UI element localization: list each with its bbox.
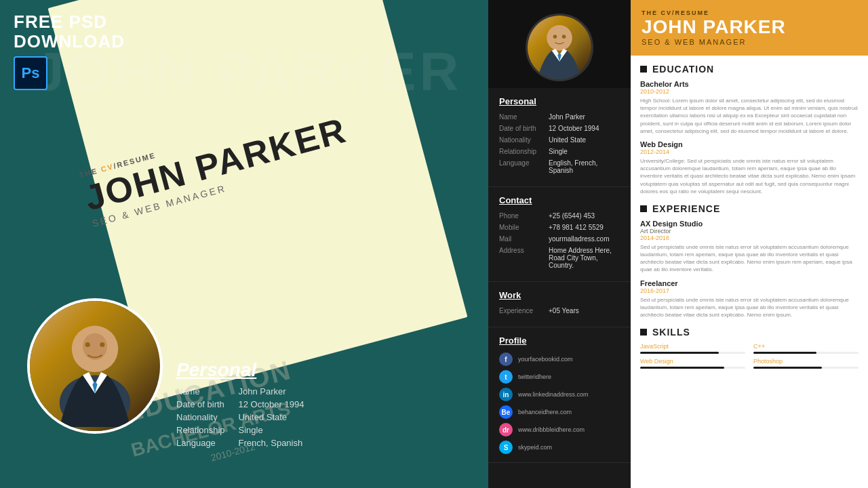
cv-field-value: English, French, Spanish [549, 159, 620, 174]
exp-company: AX Design Studio [640, 220, 859, 228]
personal-field-label: Language [176, 438, 225, 448]
skills-header: Skills [640, 327, 859, 338]
cv-profile-link: behanceidhere.com [518, 409, 572, 415]
personal-labels-col: NameDate of birthNationalityRelationship… [176, 386, 225, 448]
exp-role: Art Director [640, 228, 859, 235]
edu-title: Bachelor Arts [640, 80, 859, 88]
experience-item: AX Design Studio Art Director 2014-2016 … [640, 220, 859, 274]
cv-field-value: +25 (6544) 453 [549, 212, 595, 220]
cv-field-value: Single [549, 148, 568, 155]
cv-profile-link: twitteridhere [518, 373, 551, 380]
social-icon: S [499, 441, 513, 454]
cv-profile-row: ttwitteridhere [499, 370, 620, 384]
cv-field-value: John Parker [549, 113, 585, 121]
cv-personal-row: Date of birth12 October 1994 [499, 125, 620, 132]
personal-data: NameDate of birthNationalityRelationship… [176, 386, 481, 448]
cv-field-value: yourmalladress.com [549, 235, 609, 243]
cv-field-value: +78 981 412 5529 [549, 224, 604, 231]
cv-education-section: Education Bachelor Arts 2010-2012 High S… [640, 64, 859, 195]
cv-work-title: Work [499, 290, 620, 300]
personal-label: Personal [176, 359, 481, 381]
personal-field-value: French, Spanish [239, 438, 304, 448]
personal-field-value: John Parker [239, 386, 304, 396]
cv-header-subtitle: THE CV/RESUME [642, 9, 857, 16]
cv-field-label: Mobile [499, 224, 543, 231]
svg-point-4 [85, 342, 90, 347]
skill-item: JavaScript [640, 343, 745, 354]
skills-title: Skills [652, 327, 690, 338]
cv-dark-column: Personal NameJohn ParkerDate of birth12 … [488, 0, 631, 488]
cv-profile-row: Sskypeid.com [499, 441, 620, 454]
skill-bar-bg [640, 367, 745, 369]
cv-profile-link: www.linkedinaddress.com [518, 391, 589, 398]
free-psd-badge: FREE PSD DOWNLOAD Ps [0, 0, 138, 102]
cv-field-label: Date of birth [499, 125, 543, 132]
left-panel: FREE PSD DOWNLOAD Ps JOHN PARKER THE CV/… [0, 0, 488, 488]
cv-skills-section: Skills JavaScript C++ Web Design Photosh… [640, 327, 859, 369]
cv-dark-work: Work Experience+05 Years [488, 282, 631, 327]
skill-bar-bg [753, 352, 859, 354]
cv-profile-link: yourfacebookid.com [518, 356, 573, 363]
skill-bar-fill [753, 352, 816, 354]
exp-company: Freelancer [640, 279, 859, 287]
social-icon: Be [499, 405, 513, 419]
social-icon: t [499, 370, 513, 384]
svg-point-7 [553, 35, 557, 39]
exp-year: 2014-2016 [640, 235, 859, 241]
skill-name: JavaScript [640, 343, 745, 350]
social-icon: in [499, 388, 513, 401]
cv-field-value: +05 Years [549, 307, 579, 314]
cv-personal-row: NameJohn Parker [499, 113, 620, 121]
cv-field-label: Phone [499, 212, 543, 220]
svg-point-8 [562, 35, 566, 39]
cv-contact-row: Phone+25 (6544) 453 [499, 212, 620, 220]
cv-experience-section: Experience AX Design Studio Art Director… [640, 203, 859, 319]
skill-name: Photoshop [753, 358, 859, 365]
skill-name: C++ [753, 343, 859, 350]
education-item: Bachelor Arts 2010-2012 High School: Lor… [640, 80, 859, 135]
cv-contact-row: Mailyourmalladress.com [499, 235, 620, 243]
personal-field-label: Relationship [176, 425, 225, 435]
cv-field-label: Experience [499, 307, 543, 314]
edu-desc: High School: Lorem ipsum dolor sit amet,… [640, 97, 859, 135]
skills-square-icon [640, 329, 647, 336]
exp-year: 2016-2017 [640, 287, 859, 294]
skill-row: Web Design Photoshop [640, 358, 859, 369]
cv-light-content: Education Bachelor Arts 2010-2012 High S… [631, 56, 868, 385]
profile-photo-left [27, 298, 163, 434]
cv-dark-personal: Personal NameJohn ParkerDate of birth12 … [488, 88, 631, 187]
cv-profile-links: fyourfacebookid.comttwitteridhereinwww.l… [499, 352, 620, 454]
skill-item: Web Design [640, 358, 745, 369]
edu-title: Web Design [640, 140, 859, 148]
cv-work-row: Experience+05 Years [499, 307, 620, 314]
cv-header: THE CV/RESUME JOHN PARKER SEO & WEB MANA… [631, 0, 868, 56]
cv-profile-link: www.dribbbleidhere.com [518, 426, 585, 433]
cv-header-role: SEO & WEB MANAGER [642, 38, 857, 46]
right-panel: Personal NameJohn ParkerDate of birth12 … [488, 0, 868, 488]
cv-contact-title: Contact [499, 195, 620, 205]
cv-dark-profile: Profile fyourfacebookid.comttwitteridher… [488, 327, 631, 463]
exp-desc: Sed ut perspiciatis unde omnis iste natu… [640, 296, 859, 319]
cv-field-label: Relationship [499, 148, 543, 155]
skills-container: JavaScript C++ Web Design Photoshop [640, 343, 859, 369]
cv-field-label: Mail [499, 235, 543, 243]
personal-values-col: John Parker12 October 1994United StateSi… [239, 386, 304, 448]
cv-profile-title: Profile [499, 336, 620, 346]
education-item: Web Design 2012-2014 University/College:… [640, 140, 859, 195]
education-square-icon [640, 66, 647, 73]
skill-bar-bg [640, 352, 745, 354]
cv-personal-title: Personal [499, 96, 620, 106]
skill-bar-fill [753, 367, 822, 369]
personal-field-value: Single [239, 425, 304, 435]
cv-work-fields: Experience+05 Years [499, 307, 620, 314]
cv-personal-row: RelationshipSingle [499, 148, 620, 155]
cv-field-label: Address [499, 247, 543, 269]
cv-photo-circle [526, 14, 593, 81]
experience-item: Freelancer 2016-2017 Sed ut perspiciatis… [640, 279, 859, 319]
skill-item: C++ [753, 343, 859, 354]
social-icon: f [499, 352, 513, 366]
cv-dark-contact: Contact Phone+25 (6544) 453Mobile+78 981… [488, 187, 631, 282]
personal-field-label: Nationality [176, 412, 225, 422]
cv-profile-row: inwww.linkedinaddress.com [499, 388, 620, 401]
personal-field-label: Name [176, 386, 225, 396]
